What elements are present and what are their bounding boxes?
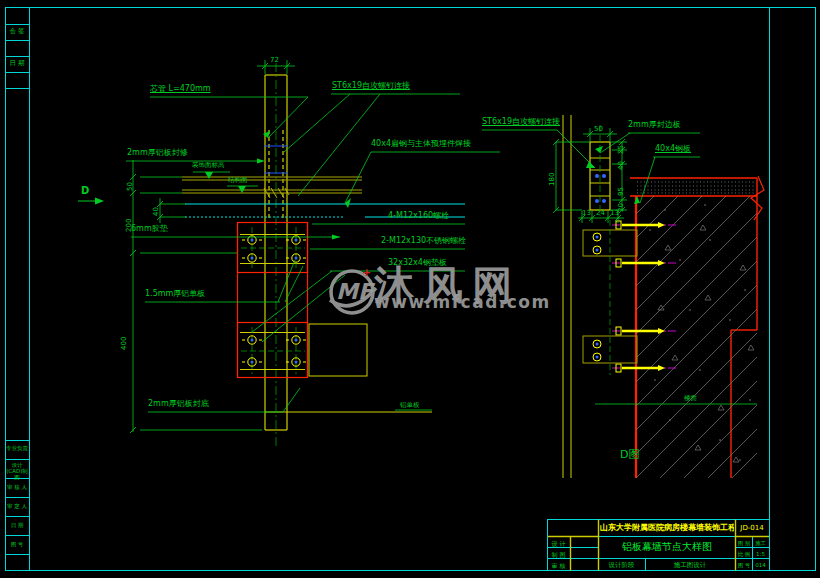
label-seal-bottom: 2mm厚铝板封底 [148,399,209,408]
right-channel [590,125,610,216]
wall-anchors [583,220,676,375]
label-bolt-m12x160: 4-M12x160螺栓 [388,211,449,220]
strip-bottom-cell: 审 定 人 [6,503,28,509]
label-seal-edge: 2mm厚封边板 [628,120,681,129]
aggregate-triangles [658,225,754,462]
mullion [265,75,432,430]
beams [182,177,362,198]
title-stage-label: 设计阶段 [599,561,644,570]
title-block-code: JD-014 [736,524,768,533]
dim-13b: 13 [610,209,619,218]
dim-40-right: 40 [617,161,626,170]
dim-13a: 13 [582,209,591,218]
dim-24: 24 [596,209,605,218]
aggregate-dots [649,204,751,461]
title-block-project: 山东大学附属医院病房楼幕墙装饰工程 [600,523,734,532]
dim-400: 400 [120,337,129,350]
title-stage-value: 施工图设计 [646,561,734,570]
label-screw-top: ST6x19自攻螺钉连接 [332,81,410,90]
cad-sheet: 会 签 日 期 专业负责 设计(CAD)制图 审 核 人 审 定 人 日 期 图… [0,0,820,578]
strip-top-cell: 会 签 [6,28,28,35]
strip-bottom-cell: 审 核 人 [6,484,28,490]
leader-arrows-left [205,131,351,240]
dim-200: 200 [125,219,134,232]
strip-bottom-cell: 日 期 [6,522,28,528]
label-bolt-m12x130: 2-M12x130不锈钢螺栓 [381,236,466,245]
strip-bottom-cell: 设计(CAD)制图 [6,462,28,480]
concrete-hatch [636,93,757,574]
title-row-label: 审 核 [548,561,569,570]
bolt-symbols-left [242,236,306,366]
title-block-drawing-title: 铝板幕墙节点大样图 [600,542,734,551]
watermark-mf-text: MF [336,279,373,304]
strip-bottom-cell: 图 号 [6,541,28,547]
anchor-assembly-upper [238,222,308,378]
title-right-label: 图 别 [736,539,752,548]
label-alu-1-5mm: 1.5mm厚铝单板 [145,289,205,298]
label-seal-2mm: 2mm厚铝板封修 [127,148,188,157]
dim-50-right: 50 [594,125,603,134]
title-right-value: 1:5 [753,550,768,559]
title-right-label: 比 例 [736,550,752,559]
watermark-plus-icon: + [362,266,371,279]
dim-72: 72 [270,56,279,65]
concrete-wall [630,93,764,574]
label-steel-plate: 40x4钢板 [655,144,691,153]
title-row-label: 制 图 [548,550,569,559]
section-arrow-icon [78,198,104,205]
dim-95: 95 [617,187,626,196]
label-core-sleeve: 芯管 L=470mm [150,84,211,93]
label-level-finish: 装饰面标高 [192,162,225,169]
strip-bottom-cell: 专业负责 [6,445,28,451]
title-row-label: 设 计 [548,539,569,548]
section-marker-d: D [81,186,89,195]
title-right-value: 014 [753,561,768,570]
dim-25: 25 [617,145,626,154]
label-flat-steel: 40x4扁钢与主体预埋件焊接 [371,139,471,148]
title-right-label: 图 号 [736,561,752,570]
dim-180: 180 [548,173,557,186]
label-level-structure: 结构面 [228,177,248,184]
dim-50: 50 [126,182,135,191]
label-floor: 楼面 [684,395,697,402]
label-screw-right: ST6x19自攻螺钉连接 [482,117,560,126]
label-alu-panel: 铝单板 [400,402,420,409]
strip-top-cell: 日 期 [6,60,28,67]
anchor-assembly-lower [238,323,368,378]
label-gasket: 6mm胶垫 [131,224,168,233]
title-right-value: 施工 [753,539,768,548]
watermark-site-url: www.mfcad.com [374,292,551,312]
detail-caption-d: D图 [620,450,639,459]
dim-40: 40 [152,207,161,216]
right-mullion [563,115,571,478]
